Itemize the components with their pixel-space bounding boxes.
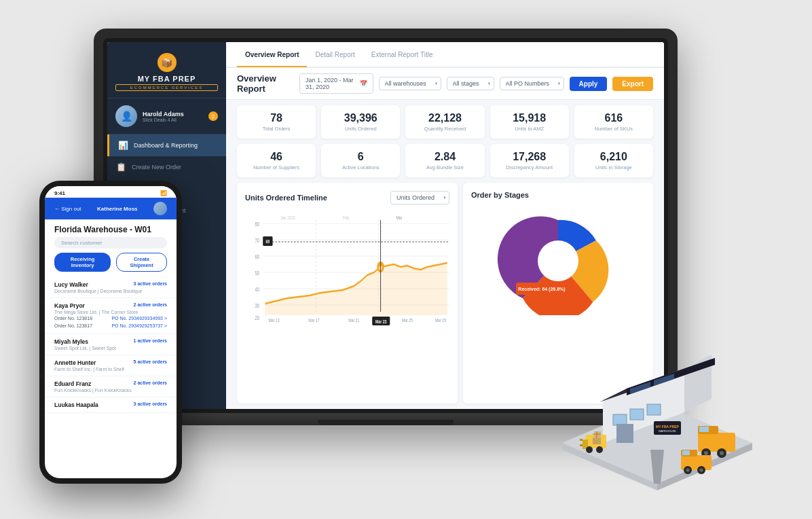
svg-text:60: 60 — [255, 253, 259, 261]
units-ordered-label: Units Ordered — [328, 126, 393, 132]
svg-text:Jan 2020: Jan 2020 — [280, 215, 295, 220]
sidebar-item-dashboard-label: Dashboard & Reporting — [134, 142, 198, 149]
svg-text:Mar 13: Mar 13 — [268, 317, 279, 323]
total-orders-value: 78 — [244, 112, 309, 124]
svg-text:Feb.: Feb. — [343, 215, 350, 220]
phone-signout-button[interactable]: ← Sign out — [54, 206, 81, 212]
svg-point-56 — [704, 451, 708, 455]
customer-name: Luukas Haapala 3 active orders — [54, 401, 167, 408]
user-name: Harold Adams — [143, 111, 208, 118]
avatar: 👤 — [115, 105, 137, 127]
svg-point-70 — [586, 446, 593, 453]
pie-chart-svg: Received: 64 (26.8%) — [490, 207, 626, 315]
metric-units-amz: 15,918 Units to AMZ — [490, 105, 569, 139]
sidebar-item-dashboard[interactable]: 📊 Dashboard & Reporting — [107, 135, 226, 156]
pie-chart-title: Order by Stages — [471, 191, 529, 199]
svg-text:WAREHOUSE: WAREHOUSE — [659, 429, 676, 433]
scene: 📦 MY FBA PREP ECOMMERCE SERVICES 👤 Harol… — [33, 15, 779, 504]
list-item[interactable]: Annette Hunter 5 active orders Farm to S… — [45, 355, 177, 376]
phone-status-bar: 9:41 📶 — [45, 186, 177, 198]
locations-label: Active Locations — [328, 164, 393, 171]
svg-text:80: 80 — [255, 221, 259, 228]
units-amz-value: 15,918 — [497, 112, 562, 124]
user-section: 👤 Harold Adams Slick Deals 4 All 2 — [107, 99, 226, 135]
line-chart-header: Units Ordered Timeline Units Ordered — [245, 191, 449, 204]
bundle-size-value: 2.84 — [412, 151, 477, 163]
list-item[interactable]: Eduard Franz 2 active orders Fun KnickKn… — [45, 376, 177, 397]
tab-detail[interactable]: Detail Report — [307, 43, 363, 67]
list-item[interactable]: Miyah Myles 1 active orders Sweet Spot L… — [45, 334, 177, 355]
skus-value: 616 — [581, 112, 646, 124]
list-item[interactable]: Lucy Walker 3 active orders Decorame Bou… — [45, 277, 177, 298]
metrics-row-2: 46 Number of Suppliers 6 Active Location… — [226, 144, 664, 183]
po-filter[interactable]: All PO Numbers — [500, 77, 564, 90]
svg-text:Mar 25: Mar 25 — [402, 317, 413, 323]
stage-filter-wrap: All stages — [447, 77, 494, 90]
calendar-icon: 📅 — [360, 80, 367, 87]
svg-rect-73 — [594, 431, 601, 438]
customer-name: Lucy Walker 3 active orders — [54, 281, 167, 288]
svg-rect-69 — [580, 444, 583, 446]
create-shipment-button[interactable]: Create Shipment — [116, 253, 167, 272]
metric-locations: 6 Active Locations — [321, 144, 400, 177]
user-info: Harold Adams Slick Deals 4 All — [143, 111, 208, 122]
pie-chart-area: Received: 64 (26.8%) — [471, 204, 645, 320]
qty-received-label: Quantity Received — [412, 126, 477, 132]
metric-bundle-size: 2.84 Avg Bundle Size — [405, 144, 484, 177]
svg-point-58 — [720, 451, 724, 455]
svg-rect-72 — [593, 437, 601, 444]
report-title: Overview Report — [237, 73, 289, 94]
warehouse-filter[interactable]: All warehouses — [379, 77, 441, 90]
skus-label: Number of SKUs — [581, 126, 646, 132]
date-range-label: Jan 1, 2020 - Mar 31, 2020 — [306, 77, 357, 90]
metrics-row-1: 78 Total Orders 39,396 Units Ordered 22,… — [226, 100, 664, 144]
svg-text:Received: 64 (26.8%): Received: 64 (26.8%) — [518, 287, 565, 292]
svg-text:50: 50 — [255, 270, 259, 277]
list-item[interactable]: Luukas Haapala 3 active orders — [45, 397, 177, 413]
svg-text:40: 40 — [255, 286, 259, 293]
apply-button[interactable]: Apply — [570, 77, 608, 91]
logo-sub: ECOMMERCE SERVICES — [115, 84, 218, 91]
svg-rect-45 — [613, 414, 627, 425]
svg-rect-52 — [698, 433, 735, 452]
export-button[interactable]: Export — [612, 77, 653, 91]
phone-screen: 9:41 📶 ← Sign out Katherine Moss Florida… — [45, 186, 177, 478]
phone-top-bar: ← Sign out Katherine Moss — [45, 198, 177, 219]
pie-chart-container: Received: 64 (26.8%) — [490, 207, 626, 318]
warehouse-illustration: MY FBA PREP WAREHOUSE — [549, 307, 766, 497]
list-item[interactable]: Kaya Pryor 2 active orders The Mega Stor… — [45, 298, 177, 334]
tab-external[interactable]: External Report Title — [363, 43, 441, 67]
phone-search[interactable]: Search customer — [54, 237, 167, 249]
svg-rect-46 — [630, 409, 644, 420]
metric-qty-received: 22,128 Quantity Received — [405, 105, 484, 139]
chart-dropdown[interactable]: Units Ordered — [390, 191, 449, 204]
sidebar-item-create-order[interactable]: 📋 Create New Order — [107, 156, 226, 178]
user-company: Slick Deals 4 All — [143, 118, 208, 122]
locations-value: 6 — [328, 151, 393, 163]
order-row: Order No. 123817 PO No. 2934929253737 > — [54, 322, 167, 329]
date-range-filter[interactable]: Jan 1, 2020 - Mar 31, 2020 📅 — [299, 73, 373, 94]
svg-point-63 — [686, 469, 690, 472]
customer-name: Annette Hunter 5 active orders — [54, 359, 167, 366]
receiving-inventory-button[interactable]: Receiving Inventory — [54, 253, 111, 272]
tab-bar: Overview Report Detail Report External R… — [226, 42, 664, 68]
svg-text:Mar 23: Mar 23 — [375, 319, 387, 324]
report-header: Overview Report Jan 1, 2020 - Mar 31, 20… — [226, 68, 664, 100]
discrepancy-label: Discrepancy Amount — [497, 164, 562, 171]
svg-point-71 — [596, 446, 603, 453]
svg-rect-61 — [682, 450, 690, 455]
svg-point-65 — [700, 469, 703, 472]
tab-overview[interactable]: Overview Report — [237, 43, 307, 67]
storage-label: Units In Storage — [581, 164, 646, 171]
storage-value: 6,210 — [581, 151, 646, 163]
notification-badge[interactable]: 2 — [208, 111, 218, 121]
svg-text:Mar: Mar — [396, 215, 403, 220]
stage-filter[interactable]: All stages — [447, 77, 494, 90]
search-placeholder: Search customer — [61, 240, 102, 246]
customer-name: Eduard Franz 2 active orders — [54, 380, 167, 387]
bundle-size-label: Avg Bundle Size — [412, 164, 477, 171]
svg-rect-48 — [616, 424, 633, 443]
svg-text:70: 70 — [255, 237, 259, 245]
line-chart-card: Units Ordered Timeline Units Ordered — [237, 183, 458, 404]
metric-suppliers: 46 Number of Suppliers — [237, 144, 316, 177]
